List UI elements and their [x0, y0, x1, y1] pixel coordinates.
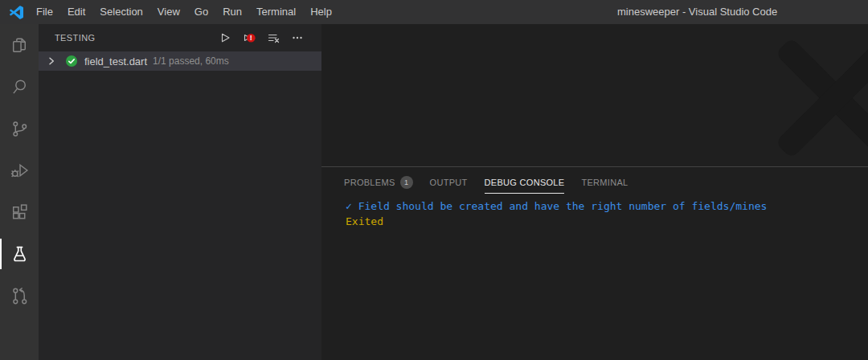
beaker-icon [10, 244, 30, 264]
menu-terminal[interactable]: Terminal [249, 0, 303, 24]
activitybar-explorer[interactable] [0, 24, 39, 66]
tab-terminal-label: TERMINAL [581, 178, 628, 187]
sidebar-header: TESTING ! [39, 24, 321, 51]
run-tests-icon[interactable] [219, 31, 231, 44]
tab-output-label: OUTPUT [430, 178, 468, 187]
activitybar-run-debug[interactable] [0, 149, 39, 191]
menu-edit[interactable]: Edit [60, 0, 92, 24]
activitybar-extensions[interactable] [0, 191, 39, 233]
menu-help[interactable]: Help [303, 0, 339, 24]
extensions-icon [10, 202, 30, 223]
svg-text:!: ! [250, 34, 252, 42]
debug-console-output: ✓ Field should be created and have the r… [321, 198, 868, 229]
source-control-icon [10, 119, 30, 139]
test-item-row[interactable]: field_test.dart 1/1 passed, 60ms [39, 51, 321, 71]
editor-area [321, 24, 868, 166]
activitybar-pull-requests[interactable] [0, 275, 39, 317]
run-debug-icon [10, 161, 30, 181]
menu-run[interactable]: Run [215, 0, 249, 24]
activitybar-testing[interactable] [0, 233, 39, 275]
titlebar: File Edit Selection View Go Run Terminal… [0, 0, 868, 24]
tab-problems-label: PROBLEMS [344, 178, 395, 187]
pull-request-icon [10, 286, 30, 306]
testing-toolbar: ! [219, 31, 304, 44]
panel-tabs: PROBLEMS 1 OUTPUT DEBUG CONSOLE TERMINAL [321, 167, 868, 198]
menu-go[interactable]: Go [187, 0, 215, 24]
console-line-exited: Exited [346, 214, 868, 229]
sidebar-title: TESTING [55, 33, 95, 43]
tab-terminal[interactable]: TERMINAL [581, 167, 628, 198]
search-icon [10, 77, 30, 97]
tab-debug-console-label: DEBUG CONSOLE [485, 178, 565, 187]
test-passed-icon [65, 55, 78, 68]
activitybar-source-control[interactable] [0, 108, 39, 149]
clear-results-icon[interactable] [267, 31, 280, 44]
menu-selection[interactable]: Selection [92, 0, 149, 24]
menu-bar: File Edit Selection View Go Run Terminal… [29, 0, 339, 24]
tab-problems[interactable]: PROBLEMS 1 [344, 167, 413, 198]
test-summary: 1/1 passed, 60ms [153, 55, 229, 67]
vscode-logo-icon [10, 6, 23, 19]
console-line-test-passed: ✓ Field should be created and have the r… [346, 198, 868, 214]
files-icon [10, 35, 30, 55]
test-file-name: field_test.dart [84, 55, 147, 68]
menu-view[interactable]: View [150, 0, 187, 24]
tab-output[interactable]: OUTPUT [430, 167, 468, 198]
tab-debug-console[interactable]: DEBUG CONSOLE [485, 167, 565, 198]
more-actions-icon[interactable] [291, 31, 304, 44]
activity-bar [0, 24, 39, 360]
chevron-right-icon[interactable] [45, 55, 58, 68]
menu-file[interactable]: File [29, 0, 60, 24]
activitybar-search[interactable] [0, 66, 39, 108]
debug-failed-tests-icon[interactable]: ! [243, 31, 256, 44]
window-title: minesweeper - Visual Studio Code [617, 0, 777, 24]
bottom-panel: PROBLEMS 1 OUTPUT DEBUG CONSOLE TERMINAL… [321, 166, 868, 360]
problems-count-badge: 1 [400, 176, 413, 189]
sidebar-testing: TESTING ! field_test. [39, 24, 321, 360]
